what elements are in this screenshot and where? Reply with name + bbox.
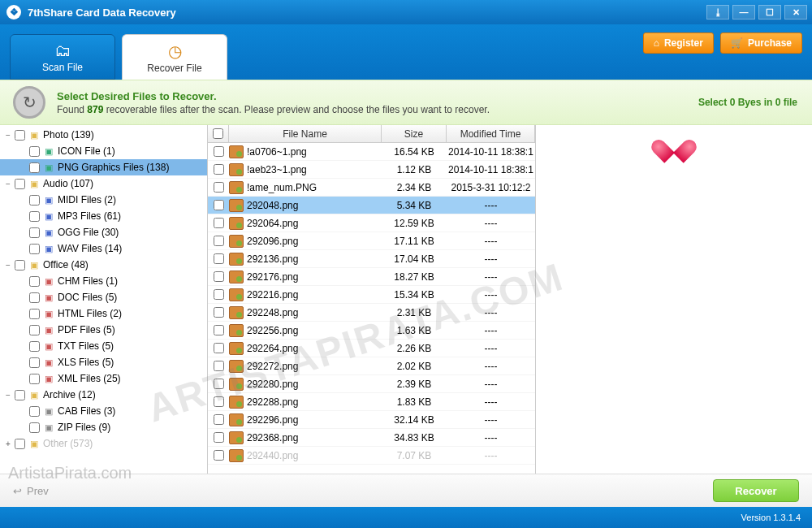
file-row[interactable]: 292280.png2.39 KB---- bbox=[208, 375, 535, 393]
tree-checkbox[interactable] bbox=[29, 374, 40, 384]
tree-row[interactable]: ▣DOC Files (5) bbox=[0, 289, 207, 305]
tree-checkbox[interactable] bbox=[29, 146, 40, 157]
maximize-button[interactable]: ☐ bbox=[758, 5, 781, 19]
tree-row[interactable]: ▣PNG Graphics Files (138) bbox=[0, 159, 207, 175]
file-size: 17.04 KB bbox=[382, 253, 447, 265]
file-row[interactable]: !aeb23~1.png1.12 KB2014-10-11 18:38:1 bbox=[208, 161, 535, 179]
file-row[interactable]: 292256.png1.63 KB---- bbox=[208, 322, 535, 340]
file-checkbox[interactable] bbox=[214, 289, 224, 300]
file-row[interactable]: !ame_num.PNG2.34 KB2015-3-31 10:12:2 bbox=[208, 179, 535, 197]
tab-scan-file[interactable]: 🗂 Scan File bbox=[10, 34, 115, 80]
tree-row[interactable]: ▣WAV Files (14) bbox=[0, 240, 207, 257]
tree-checkbox[interactable] bbox=[29, 276, 40, 287]
minimize-button[interactable]: — bbox=[732, 5, 755, 19]
tree-row[interactable]: ▣PDF Files (5) bbox=[0, 322, 207, 338]
file-row[interactable]: 292064.png12.59 KB---- bbox=[208, 214, 535, 232]
tree-row[interactable]: ▣XML Files (25) bbox=[0, 370, 207, 387]
file-checkbox[interactable] bbox=[214, 200, 224, 210]
file-row[interactable]: 292096.png17.11 KB---- bbox=[208, 232, 535, 250]
tree-row[interactable]: ▣MIDI Files (2) bbox=[0, 192, 207, 208]
purchase-button[interactable]: 🛒 Purchase bbox=[720, 32, 802, 54]
select-all-checkbox[interactable] bbox=[208, 125, 229, 142]
col-modified-time[interactable]: Modified Time bbox=[447, 125, 535, 142]
tree-row[interactable]: ▣ZIP Files (9) bbox=[0, 419, 207, 435]
tree-checkbox[interactable] bbox=[15, 260, 25, 270]
tree-checkbox[interactable] bbox=[29, 211, 40, 222]
tree-checkbox[interactable] bbox=[29, 325, 40, 335]
file-list[interactable]: !a0706~1.png16.54 KB2014-10-11 18:38:1!a… bbox=[208, 143, 535, 474]
tree-row[interactable]: −▣Archive (12) bbox=[0, 387, 207, 403]
register-button[interactable]: ⌂ Register bbox=[643, 32, 714, 54]
tree-toggle-icon[interactable]: − bbox=[3, 180, 13, 188]
file-row[interactable]: 292296.png32.14 KB---- bbox=[208, 411, 535, 429]
file-row[interactable]: 292048.png5.34 KB---- bbox=[208, 197, 535, 214]
file-checkbox[interactable] bbox=[214, 379, 224, 389]
file-checkbox[interactable] bbox=[214, 307, 224, 318]
file-row[interactable]: 292248.png2.31 KB---- bbox=[208, 304, 535, 322]
tree-checkbox[interactable] bbox=[15, 179, 25, 189]
file-row[interactable]: 292272.png2.02 KB---- bbox=[208, 357, 535, 375]
tree-row[interactable]: ▣CHM Files (1) bbox=[0, 273, 207, 289]
tree-checkbox[interactable] bbox=[29, 195, 40, 206]
tree-checkbox[interactable] bbox=[29, 422, 40, 433]
file-checkbox[interactable] bbox=[214, 325, 224, 335]
tree-toggle-icon[interactable]: − bbox=[3, 261, 13, 270]
tree-toggle-icon[interactable]: − bbox=[3, 131, 13, 140]
prev-button[interactable]: ↩ Prev bbox=[13, 485, 49, 497]
file-checkbox[interactable] bbox=[214, 432, 224, 443]
tree-checkbox[interactable] bbox=[29, 162, 40, 173]
tree-row[interactable]: ▣MP3 Files (61) bbox=[0, 208, 207, 224]
file-row[interactable]: 292288.png1.83 KB---- bbox=[208, 393, 535, 411]
file-row[interactable]: 292136.png17.04 KB---- bbox=[208, 250, 535, 268]
download-button[interactable]: ⭳ bbox=[706, 5, 729, 19]
file-checkbox[interactable] bbox=[214, 236, 224, 246]
file-type-icon: ▣ bbox=[28, 129, 40, 141]
tree-row[interactable]: −▣Office (48) bbox=[0, 257, 207, 273]
file-checkbox[interactable] bbox=[214, 450, 224, 461]
category-tree[interactable]: −▣Photo (139)▣ICON File (1)▣PNG Graphics… bbox=[0, 125, 208, 474]
file-checkbox[interactable] bbox=[214, 164, 224, 175]
tree-row[interactable]: ▣ICON File (1) bbox=[0, 143, 207, 159]
file-row[interactable]: 292368.png34.83 KB---- bbox=[208, 429, 535, 447]
tree-toggle-icon[interactable]: − bbox=[3, 391, 13, 400]
file-row[interactable]: 292264.png2.26 KB---- bbox=[208, 340, 535, 357]
tree-checkbox[interactable] bbox=[15, 390, 25, 400]
file-row[interactable]: 292216.png15.34 KB---- bbox=[208, 286, 535, 304]
tree-checkbox[interactable] bbox=[29, 341, 40, 352]
file-checkbox[interactable] bbox=[214, 182, 224, 193]
file-checkbox[interactable] bbox=[214, 253, 224, 264]
tree-checkbox[interactable] bbox=[29, 244, 40, 254]
tree-row[interactable]: +▣Other (573) bbox=[0, 435, 207, 452]
tree-checkbox[interactable] bbox=[15, 130, 25, 141]
file-row[interactable]: 292440.png7.07 KB---- bbox=[208, 447, 535, 465]
file-checkbox[interactable] bbox=[214, 361, 224, 371]
tree-checkbox[interactable] bbox=[29, 227, 40, 238]
file-checkbox[interactable] bbox=[214, 271, 224, 282]
tree-checkbox[interactable] bbox=[29, 357, 40, 368]
recover-button[interactable]: Recover bbox=[713, 479, 799, 502]
tree-row[interactable]: −▣Photo (139) bbox=[0, 127, 207, 143]
tree-checkbox[interactable] bbox=[29, 292, 40, 303]
close-button[interactable]: ✕ bbox=[784, 5, 807, 19]
file-checkbox[interactable] bbox=[214, 343, 224, 353]
tree-row[interactable]: ▣TXT Files (5) bbox=[0, 338, 207, 354]
col-file-name[interactable]: File Name bbox=[229, 125, 382, 142]
tree-checkbox[interactable] bbox=[29, 309, 40, 319]
file-row[interactable]: 292176.png18.27 KB---- bbox=[208, 268, 535, 286]
tree-row[interactable]: ▣OGG File (30) bbox=[0, 224, 207, 240]
tree-toggle-icon[interactable]: + bbox=[3, 439, 13, 448]
col-size[interactable]: Size bbox=[382, 125, 447, 142]
tree-row[interactable]: ▣HTML Files (2) bbox=[0, 305, 207, 322]
tab-recover-file[interactable]: ◷ Recover File bbox=[122, 34, 227, 80]
tree-checkbox[interactable] bbox=[29, 406, 40, 417]
tree-row[interactable]: ▣CAB Files (3) bbox=[0, 403, 207, 419]
tree-checkbox[interactable] bbox=[15, 439, 25, 449]
tree-row[interactable]: ▣XLS Files (5) bbox=[0, 354, 207, 370]
file-checkbox[interactable] bbox=[214, 396, 224, 407]
tree-row[interactable]: −▣Audio (107) bbox=[0, 175, 207, 192]
file-checkbox[interactable] bbox=[214, 218, 224, 228]
file-name: 292064.png bbox=[247, 218, 382, 229]
file-row[interactable]: !a0706~1.png16.54 KB2014-10-11 18:38:1 bbox=[208, 143, 535, 161]
file-checkbox[interactable] bbox=[214, 146, 224, 157]
file-checkbox[interactable] bbox=[214, 414, 224, 425]
